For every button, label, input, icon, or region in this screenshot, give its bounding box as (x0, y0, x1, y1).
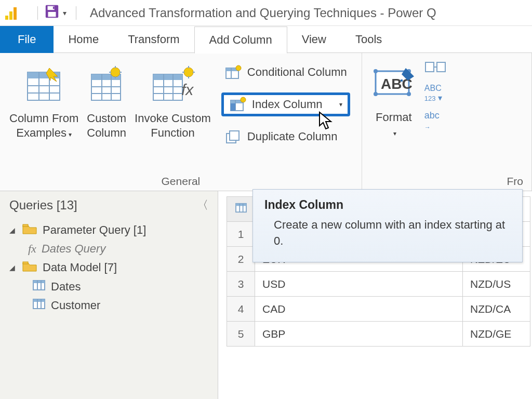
data-grid-area: 1 2EURNZD/EU 3USDNZD/US 4CADNZD/CA 5GBPN… (218, 191, 532, 399)
svg-point-17 (111, 68, 120, 77)
tab-file[interactable]: File (0, 26, 54, 53)
query-item-label: Dates Query (42, 242, 106, 256)
app-icon (5, 6, 26, 20)
svg-point-42 (241, 97, 246, 102)
ribbon-group-from-text: ABC Format▾ ABC123 ▾ abc→ Fro (362, 53, 532, 191)
svg-rect-3 (53, 7, 55, 9)
conditional-column-button[interactable]: Conditional Column (221, 60, 350, 84)
query-group[interactable]: ◢ Parameter Query [1] (9, 222, 208, 238)
row-number: 5 (227, 322, 255, 347)
svg-rect-2 (48, 12, 56, 17)
cell[interactable]: USD (255, 272, 463, 297)
index-column-label: Index Column (252, 98, 323, 111)
duplicate-column-icon (224, 129, 242, 144)
svg-rect-54 (437, 62, 445, 72)
table-icon (32, 298, 46, 313)
table-row[interactable]: 5GBPNZD/GE (227, 322, 530, 347)
cell[interactable]: NZD/CA (463, 297, 530, 322)
index-column-button[interactable]: Index Column ▾ (221, 92, 350, 116)
cell[interactable]: GBP (255, 322, 463, 347)
svg-rect-66 (236, 204, 246, 206)
conditional-column-label: Conditional Column (247, 65, 347, 79)
index-column-icon (229, 97, 247, 112)
svg-point-29 (184, 68, 193, 77)
ribbon-tabs: File Home Transform Add Column View Tool… (0, 26, 532, 53)
query-group[interactable]: ◢ Data Model [7] (9, 260, 208, 275)
format-icon: ABC (371, 59, 416, 108)
dropdown-icon: ▾ (69, 131, 72, 138)
qat-customize-dropdown[interactable]: ▾ (63, 9, 66, 17)
collapse-pane-icon[interactable]: 〈 (197, 197, 208, 213)
conditional-column-icon (224, 64, 242, 80)
tab-add-column[interactable]: Add Column (194, 26, 287, 54)
main-area: Queries [13] 〈 ◢ Parameter Query [1] fx … (0, 191, 532, 399)
cell[interactable]: NZD/GE (463, 322, 530, 347)
svg-text:fx: fx (181, 81, 194, 98)
queries-panel: Queries [13] 〈 ◢ Parameter Query [1] fx … (0, 191, 218, 399)
svg-rect-23 (153, 74, 182, 80)
svg-rect-58 (33, 281, 45, 283)
duplicate-column-label: Duplicate Column (247, 130, 338, 143)
query-group-label: Parameter Query [1] (43, 223, 146, 237)
svg-rect-62 (33, 299, 45, 302)
custom-column-button[interactable]: Custom Column (83, 57, 130, 172)
table-icon (32, 280, 46, 294)
svg-rect-53 (425, 62, 434, 72)
column-from-examples-button[interactable]: Column From Examples▾ (5, 57, 83, 172)
duplicate-column-button[interactable]: Duplicate Column (221, 125, 350, 149)
column-from-examples-label: Column From Examples▾ (9, 111, 78, 140)
group-label-general: General (5, 172, 356, 189)
parse-icon[interactable]: abc→ (424, 110, 448, 132)
cell[interactable]: CAD (255, 297, 463, 322)
svg-point-37 (236, 65, 241, 71)
ribbon-group-general: Column From Examples▾ Custom Column (0, 53, 362, 191)
title-bar: ▾ Advanced Transformation and Querying T… (0, 0, 532, 26)
custom-column-icon (88, 60, 125, 109)
row-number: 4 (227, 297, 255, 322)
svg-rect-55 (23, 224, 28, 227)
query-item-label: Customer (51, 299, 100, 312)
svg-rect-44 (230, 131, 239, 140)
table-row[interactable]: 3USDNZD/US (227, 272, 530, 297)
invoke-custom-function-icon: fx (150, 60, 195, 109)
dropdown-icon[interactable]: ▾ (339, 101, 342, 108)
custom-column-label: Custom Column (87, 111, 126, 140)
invoke-custom-function-button[interactable]: fx Invoke Custom Function (130, 57, 215, 172)
query-item[interactable]: Dates (9, 280, 208, 294)
merge-columns-icon[interactable] (424, 60, 448, 76)
column-from-examples-icon (24, 60, 64, 109)
title-divider (76, 6, 76, 20)
cell[interactable]: NZD/US (463, 272, 530, 297)
expand-icon: ◢ (9, 263, 17, 272)
svg-point-46 (374, 69, 378, 73)
query-group-label: Data Model [7] (43, 261, 117, 274)
qat-divider (37, 6, 38, 20)
query-item[interactable]: fx Dates Query (9, 242, 208, 256)
group-label-from-text: Fro (367, 172, 526, 189)
extract-icon[interactable]: ABC123 ▾ (424, 84, 448, 103)
grid-corner[interactable] (227, 197, 255, 222)
format-button[interactable]: ABC Format▾ (367, 56, 420, 139)
function-icon: fx (28, 242, 36, 256)
save-icon[interactable] (44, 4, 60, 22)
tab-home[interactable]: Home (54, 26, 113, 53)
column-tools-stack: Conditional Column Index Column ▾ Duplic… (215, 57, 356, 172)
row-number: 3 (227, 272, 255, 297)
tooltip-title: Index Column (264, 198, 512, 212)
query-item[interactable]: Customer (9, 298, 208, 313)
svg-point-48 (374, 92, 378, 96)
folder-icon (22, 222, 37, 238)
tab-transform[interactable]: Transform (113, 26, 194, 53)
row-number: 1 (227, 222, 255, 247)
svg-point-49 (407, 92, 411, 96)
tab-tools[interactable]: Tools (341, 26, 396, 53)
svg-rect-56 (23, 262, 28, 264)
tab-view[interactable]: View (287, 26, 341, 53)
queries-title: Queries [13] (9, 198, 77, 212)
table-row[interactable]: 4CADNZD/CA (227, 297, 530, 322)
format-label: Format▾ (376, 110, 412, 139)
expand-icon: ◢ (9, 226, 17, 234)
tooltip-body: Create a new column with an index starti… (264, 217, 512, 249)
dropdown-icon: ▾ (393, 130, 396, 137)
svg-rect-52 (401, 79, 403, 82)
